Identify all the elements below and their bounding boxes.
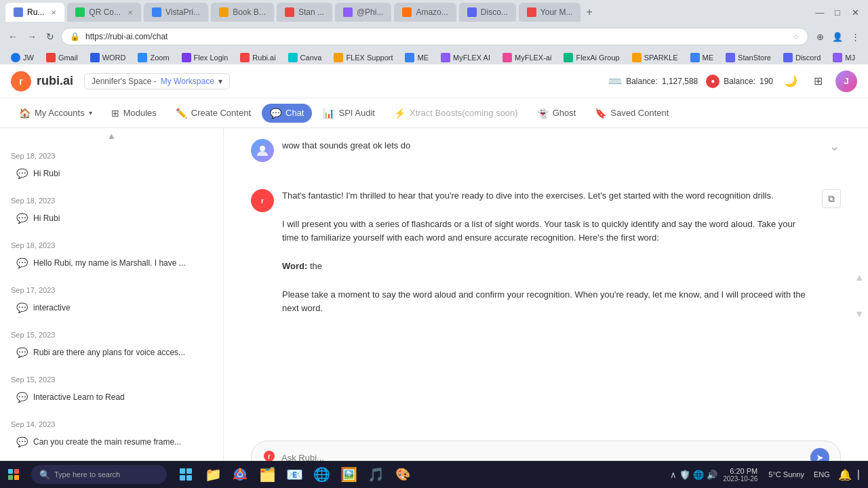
tab-amazon[interactable]: Amazo... [394, 3, 456, 22]
taskbar-clock[interactable]: 6:20 PM 2023-10-26 [723, 467, 757, 483]
chat-scroll-up[interactable]: ▲ [854, 272, 864, 283]
browser-actions: ⊕ 👤 ⋮ [812, 29, 863, 44]
chat-item-hi-rubi-1[interactable]: 💬 Hi Rubi [11, 164, 212, 183]
tab-favicon [14, 7, 23, 17]
start-button[interactable] [0, 461, 27, 488]
tray-expand[interactable]: ∧ [670, 470, 677, 480]
taskbar-search[interactable]: 🔍 Type here to search [31, 465, 167, 484]
nav-accounts[interactable]: 🏠 My Accounts ▾ [11, 104, 100, 123]
tab-active[interactable]: Ru... ✕ [5, 3, 64, 22]
ai-message-row: r That's fantastic! I'm thrilled to hear… [251, 189, 841, 316]
bookmark-flexai-group[interactable]: FlexAi Group [558, 52, 625, 64]
workspace-link[interactable]: My Workspace [161, 77, 214, 86]
logo-text: rubi.ai [37, 74, 73, 88]
tab-stan[interactable]: Stan ... [277, 3, 332, 22]
notification-button[interactable]: 🔔 [838, 468, 852, 481]
sidebar-scroll-up[interactable]: ▲ [0, 128, 223, 144]
taskbar-chrome[interactable] [228, 462, 252, 487]
maximize-button[interactable]: □ [830, 5, 845, 20]
bookmark-jw[interactable]: JW [5, 52, 39, 64]
taskbar-photos[interactable]: 🖼️ [336, 462, 361, 487]
balance-1: ⌨️ Balance: 1,127,588 [608, 75, 698, 87]
chat-item-hi-rubi-2[interactable]: 💬 Hi Rubi [11, 209, 212, 228]
chat-icon-5: 💬 [16, 347, 28, 358]
taskbar-taskview[interactable] [174, 462, 198, 487]
chat-item-interactive[interactable]: 💬 interactive [11, 298, 212, 317]
ghost-icon: 👻 [537, 108, 549, 119]
chat-group-6: Sep 15, 2023 💬 Interactive Learn to Read [0, 367, 223, 412]
user-message-text: wow that sounds great ok lets do [282, 139, 819, 153]
tray-network[interactable]: 🌐 [693, 470, 704, 480]
new-tab-button[interactable]: + [586, 6, 592, 18]
weather-text: 5°C Sunny [768, 470, 804, 479]
chat-item-voice[interactable]: 💬 Rubi are there any plans for voice acc… [11, 343, 212, 362]
nav-create-content[interactable]: ✏️ Create Content [167, 104, 259, 123]
message-menu-icon[interactable]: ⌄ [827, 139, 841, 154]
nav-spi-audit[interactable]: 📊 SPI Audit [315, 104, 382, 123]
taskbar-explorer[interactable]: 📁 [201, 462, 225, 487]
bookmark-me2[interactable]: ME [685, 52, 719, 64]
back-button[interactable]: ← [5, 28, 20, 45]
show-desktop-button[interactable]: | [857, 468, 860, 481]
bookmark-sparkle[interactable]: SPARKLE [627, 52, 684, 64]
ai-message-content: That's fantastic! I'm thrilled to hear t… [282, 189, 814, 316]
bookmark-discord[interactable]: Discord [778, 52, 826, 64]
tab-yourm[interactable]: Your M... [519, 3, 581, 22]
tab-close[interactable]: ✕ [51, 9, 56, 16]
bookmark-rubi[interactable]: Rubi.ai [235, 52, 281, 64]
chat-label-1: Hi Rubi [33, 169, 60, 178]
settings-button[interactable]: ⋮ [848, 29, 863, 44]
workspace-selector[interactable]: Jennifer's Space - My Workspace ▾ [84, 73, 230, 89]
tab-book[interactable]: Book B... [211, 3, 274, 22]
user-avatar[interactable]: J [835, 70, 857, 92]
close-button[interactable]: ✕ [848, 5, 863, 20]
bookmark-word[interactable]: WORD [85, 52, 132, 64]
bookmark-flex-support[interactable]: FLEX Support [328, 52, 398, 64]
weather-widget: 5°C Sunny [768, 470, 804, 479]
nav-modules[interactable]: ⊞ Modules [103, 104, 165, 123]
bookmark-gmail[interactable]: Gmail [41, 52, 83, 64]
chat-group-5: Sep 15, 2023 💬 Rubi are there any plans … [0, 323, 223, 367]
star-icon[interactable]: ☆ [793, 33, 800, 41]
profile-button[interactable]: 👤 [830, 29, 845, 44]
nav-bar: 🏠 My Accounts ▾ ⊞ Modules ✏️ Create Cont… [0, 98, 868, 128]
chat-item-resume[interactable]: 💬 Can you create the main resume frame..… [11, 432, 212, 451]
tray-security[interactable]: 🛡️ [679, 470, 690, 480]
bookmark-zoom[interactable]: Zoom [132, 52, 174, 64]
bookmark-stanstore[interactable]: StanStore [720, 52, 776, 64]
refresh-button[interactable]: ↻ [43, 28, 57, 45]
bookmark-favicon-word [90, 53, 100, 62]
xtract-icon: ⚡ [394, 108, 406, 119]
nav-chat[interactable]: 💬 Chat [262, 104, 312, 123]
forward-button[interactable]: → [24, 28, 39, 45]
tab-phi[interactable]: @Phi... [335, 3, 392, 22]
copy-message-button[interactable]: ⧉ [822, 189, 841, 208]
bookmark-me1[interactable]: ME [399, 52, 434, 64]
bookmark-flex-login[interactable]: Flex Login [176, 52, 234, 64]
moon-button[interactable]: 🌙 [781, 72, 800, 91]
bookmark-myflex-dot[interactable]: MyFLEX-ai [497, 52, 557, 64]
tab-vista[interactable]: VistaPri... [144, 3, 208, 22]
bookmark-canva[interactable]: Canva [283, 52, 328, 64]
grid-button[interactable]: ⊞ [808, 72, 827, 91]
minimize-button[interactable]: — [812, 5, 827, 20]
taskbar-outlook[interactable]: 📧 [282, 462, 307, 487]
taskbar-spotify[interactable]: 🎵 [363, 462, 388, 487]
extensions-button[interactable]: ⊕ [812, 29, 827, 44]
bookmark-myflex-ai[interactable]: MyFLEX AI [435, 52, 496, 64]
chat-item-marshall[interactable]: 💬 Hello Rubi, my name is Marshall. I hav… [11, 253, 212, 272]
tab-qrco[interactable]: QR Co... ✕ [67, 3, 141, 22]
tab-close-qr[interactable]: ✕ [127, 9, 133, 16]
taskbar-paint[interactable]: 🎨 [391, 462, 415, 487]
taskbar-files[interactable]: 🗂️ [255, 462, 279, 487]
taskbar-edge[interactable]: 🌐 [309, 462, 334, 487]
address-bar[interactable]: 🔒 https://rubi-ai.com/chat ☆ [61, 28, 808, 45]
tray-volume[interactable]: 🔊 [707, 470, 717, 480]
nav-saved-content[interactable]: 🔖 Saved Content [587, 104, 677, 123]
tab-discord[interactable]: Disco... [459, 3, 516, 22]
chat-scroll-down[interactable]: ▼ [854, 308, 864, 319]
nav-ghost[interactable]: 👻 Ghost [529, 104, 585, 123]
bookmark-mj[interactable]: MJ [827, 52, 861, 64]
chat-item-learn-read[interactable]: 💬 Interactive Learn to Read [11, 388, 212, 407]
lang-indicator[interactable]: ENG [814, 470, 830, 479]
